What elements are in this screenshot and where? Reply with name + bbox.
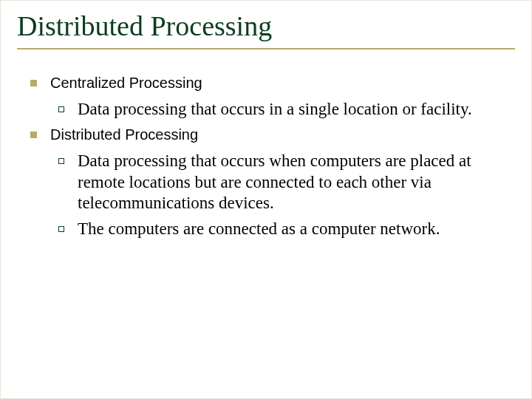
list-item: Data processing that occurs in a single … (58, 99, 508, 120)
title-underline (17, 48, 515, 50)
content-area: Centralized Processing Data processing t… (17, 75, 515, 240)
list-item: Centralized Processing (30, 75, 508, 92)
list-item: Data processing that occurs when compute… (58, 151, 508, 214)
square-bullet-icon (30, 132, 37, 138)
hollow-square-bullet-icon (58, 106, 64, 112)
list-item-text: Data processing that occurs in a single … (78, 99, 508, 120)
list-item-label: Distributed Processing (50, 126, 198, 143)
slide: Distributed Processing Centralized Proce… (0, 0, 532, 399)
sublist: Data processing that occurs in a single … (30, 99, 508, 120)
list-item-label: Centralized Processing (50, 75, 202, 92)
hollow-square-bullet-icon (58, 226, 64, 232)
sublist: Data processing that occurs when compute… (30, 151, 508, 240)
hollow-square-bullet-icon (58, 158, 64, 164)
list-item: Distributed Processing (30, 126, 508, 143)
list-item: The computers are connected as a compute… (58, 219, 508, 240)
slide-title: Distributed Processing (17, 10, 515, 47)
list-item-text: The computers are connected as a compute… (78, 219, 508, 240)
list-item-text: Data processing that occurs when compute… (78, 151, 508, 214)
square-bullet-icon (30, 80, 37, 86)
